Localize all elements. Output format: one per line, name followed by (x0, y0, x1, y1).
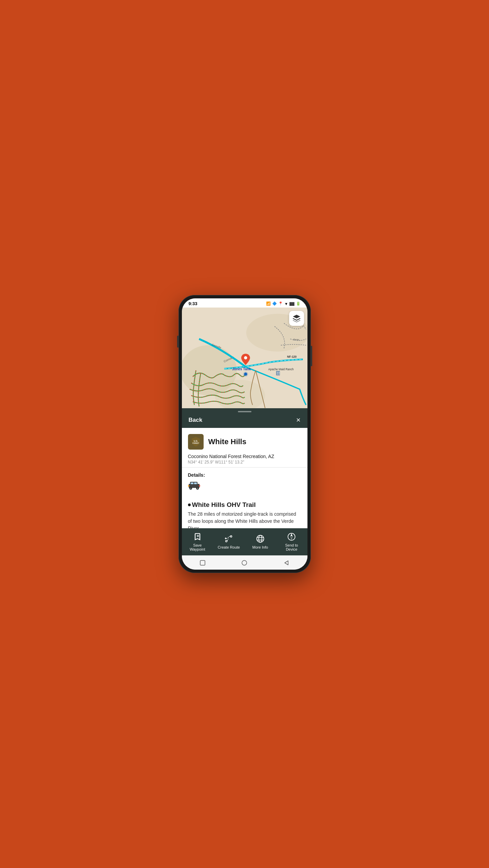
back-triangle-icon (283, 560, 289, 566)
svg-rect-29 (199, 485, 200, 487)
action-bar: Save Waypoint Create Route (182, 528, 307, 555)
usfs-shield-icon: U.S. FOREST (190, 436, 201, 447)
drag-handle (238, 411, 251, 412)
svg-text:Apache Maid Ranch: Apache Maid Ranch (268, 368, 294, 371)
svg-rect-28 (188, 485, 189, 487)
android-nav-bar (182, 555, 307, 570)
svg-text:NF-120: NF-120 (287, 355, 297, 358)
vehicle-icon (188, 480, 301, 492)
svg-point-17 (243, 372, 248, 377)
poi-coordinates: N34° 41' 25.9" W111° 51' 13.2" (188, 460, 301, 465)
layer-toggle-button[interactable] (289, 311, 304, 326)
phone-device: 9:33 📶 🔷 📍 ▼ ▓▓ 🔋 (178, 295, 311, 573)
sheet-content: U.S. FOREST White Hills Coconino Nationa… (182, 428, 307, 529)
layers-icon (292, 314, 301, 323)
route-icon (224, 534, 233, 544)
svg-marker-41 (285, 561, 288, 565)
poi-location-name: Coconino National Forest Recreation, AZ (188, 454, 301, 459)
svg-rect-39 (200, 560, 205, 565)
more-info-label: More Info (252, 545, 268, 549)
recent-apps-icon (200, 560, 206, 566)
svg-point-25 (190, 488, 191, 489)
svg-point-33 (259, 535, 262, 542)
svg-point-30 (226, 540, 227, 542)
close-button[interactable]: × (296, 416, 301, 424)
globe-icon (256, 534, 265, 544)
drag-handle-area[interactable] (182, 408, 307, 414)
map-svg: Cornville NF-120 Cornville Beav... (182, 308, 307, 408)
svg-rect-11 (279, 372, 280, 373)
home-circle-icon (241, 560, 247, 566)
signal-icon: 📶 (266, 301, 271, 306)
save-waypoint-icon (192, 532, 203, 542)
signal-bars-icon: ▓▓ (289, 302, 295, 305)
map-area[interactable]: Cornville NF-120 Cornville Beav... (182, 308, 307, 408)
status-icons: 📶 🔷 📍 ▼ ▓▓ 🔋 (266, 301, 300, 306)
more-info-icon (255, 534, 265, 544)
poi-location: Coconino National Forest Recreation, AZ … (182, 454, 307, 468)
trail-title: White Hills OHV Trail (182, 496, 307, 511)
sheet-header: Back × (182, 414, 307, 428)
trail-title-text: White Hills OHV Trail (192, 501, 256, 509)
create-route-icon (224, 534, 234, 544)
svg-rect-13 (279, 374, 280, 375)
trail-dot (188, 504, 191, 506)
svg-rect-23 (194, 482, 197, 484)
svg-rect-12 (277, 374, 278, 375)
more-info-button[interactable]: More Info (248, 534, 272, 549)
poi-details: Details: (182, 468, 307, 496)
android-recent-button[interactable] (199, 559, 207, 567)
svg-rect-9 (276, 371, 280, 375)
details-label: Details: (188, 472, 301, 478)
status-bar: 9:33 📶 🔷 📍 ▼ ▓▓ 🔋 (182, 298, 307, 308)
jeep-vehicle-icon (188, 480, 200, 490)
send-to-device-icon (286, 532, 297, 542)
svg-point-27 (197, 488, 198, 489)
svg-text:FOREST: FOREST (192, 442, 199, 444)
android-home-button[interactable] (240, 559, 248, 567)
trail-description: The 28 miles of motorized single-track i… (182, 511, 307, 529)
location-icon: 📍 (278, 301, 283, 306)
save-waypoint-label: Save Waypoint (190, 543, 205, 551)
back-button[interactable]: Back (189, 417, 203, 423)
poi-header: U.S. FOREST White Hills (182, 428, 307, 454)
phone-screen: 9:33 📶 🔷 📍 ▼ ▓▓ 🔋 (182, 298, 307, 570)
svg-text:U.S.: U.S. (193, 440, 198, 442)
usfs-badge: U.S. FOREST (188, 434, 204, 450)
status-time: 9:33 (189, 301, 198, 306)
svg-marker-37 (290, 533, 293, 537)
bluetooth-icon: 🔷 (272, 301, 277, 306)
send-to-device-button[interactable]: Send to Device (280, 532, 303, 551)
svg-point-32 (257, 535, 264, 542)
map-canvas: Cornville NF-120 Cornville Beav... (182, 308, 307, 408)
save-waypoint-button[interactable]: Save Waypoint (186, 532, 209, 551)
create-route-button[interactable]: Create Route (217, 534, 241, 549)
svg-text:Jones Tank: Jones Tank (232, 367, 251, 371)
svg-rect-22 (191, 482, 193, 484)
wifi-icon: ▼ (284, 302, 288, 306)
svg-rect-10 (277, 372, 278, 373)
android-back-button[interactable] (282, 559, 290, 567)
create-route-label: Create Route (218, 545, 240, 549)
poi-name: White Hills (208, 437, 246, 446)
svg-point-14 (244, 356, 247, 359)
svg-point-31 (230, 536, 232, 537)
battery-icon: 🔋 (296, 301, 301, 306)
send-to-device-label: Send to Device (285, 543, 298, 551)
svg-marker-38 (290, 537, 293, 540)
back-label: Back (189, 417, 203, 423)
bookmark-plus-icon (193, 532, 202, 541)
compass-send-icon (287, 532, 296, 541)
svg-point-40 (242, 560, 247, 565)
close-icon: × (296, 416, 301, 424)
